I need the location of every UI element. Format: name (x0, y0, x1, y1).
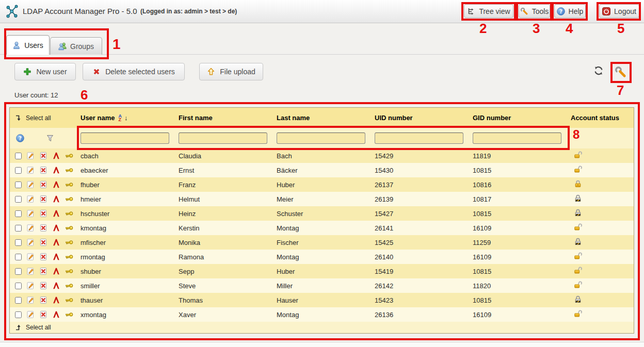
row-checkbox[interactable] (15, 268, 22, 275)
user-name-cell[interactable]: cbach (79, 152, 178, 160)
row-checkbox[interactable] (15, 239, 22, 246)
password-key-icon[interactable] (65, 238, 73, 246)
edit-user-icon[interactable] (26, 209, 35, 218)
select-all-down-icon[interactable] (15, 114, 22, 122)
pdf-export-icon[interactable] (52, 209, 60, 218)
pdf-export-icon[interactable] (52, 253, 60, 261)
delete-user-icon[interactable] (39, 296, 47, 304)
select-all-top-link[interactable]: Select all (26, 114, 51, 122)
filter-help-icon[interactable] (16, 134, 24, 142)
row-checkbox[interactable] (15, 297, 22, 304)
edit-user-icon[interactable] (26, 166, 35, 174)
filter-input-last-name[interactable] (277, 133, 365, 144)
password-key-icon[interactable] (65, 310, 73, 319)
edit-user-icon[interactable] (26, 224, 35, 232)
unlocked-icon[interactable] (574, 165, 582, 173)
pdf-export-icon[interactable] (52, 282, 60, 290)
edit-user-icon[interactable] (26, 180, 35, 189)
user-name-cell[interactable]: fhuber (79, 181, 178, 189)
filter-funnel-icon[interactable] (46, 134, 54, 142)
pdf-export-icon[interactable] (52, 310, 60, 319)
edit-user-icon[interactable] (26, 310, 35, 319)
delete-user-icon[interactable] (39, 267, 47, 275)
delete-selected-users-button[interactable]: Delete selected users (83, 63, 185, 80)
logout-button[interactable]: Logout (599, 4, 639, 18)
filter-input-gid-number[interactable] (473, 133, 561, 144)
user-name-cell[interactable]: hschuster (79, 210, 178, 218)
edit-user-icon[interactable] (26, 238, 35, 246)
edit-user-icon[interactable] (26, 296, 35, 304)
edit-user-icon[interactable] (26, 267, 35, 275)
tab-groups[interactable]: Groups (50, 37, 102, 55)
unlocked-icon[interactable] (574, 151, 582, 159)
user-name-cell[interactable]: xmontag (79, 311, 178, 319)
user-name-cell[interactable]: hmeier (79, 195, 178, 203)
partially-locked-icon[interactable] (574, 237, 582, 245)
tree-view-button[interactable]: Tree view (464, 4, 513, 18)
delete-user-icon[interactable] (39, 209, 47, 218)
partially-locked-icon[interactable] (574, 208, 582, 217)
filter-input-user-name[interactable] (81, 133, 169, 144)
row-checkbox[interactable] (15, 153, 22, 159)
delete-user-icon[interactable] (39, 195, 47, 203)
tab-users[interactable]: Users (6, 35, 50, 55)
delete-user-icon[interactable] (39, 152, 47, 160)
password-key-icon[interactable] (65, 209, 73, 218)
password-key-icon[interactable] (65, 296, 73, 304)
delete-user-icon[interactable] (39, 180, 47, 189)
password-key-icon[interactable] (65, 180, 73, 189)
column-header-uid-number[interactable]: UID number (374, 114, 472, 122)
locked-icon[interactable] (574, 179, 582, 188)
password-key-icon[interactable] (65, 267, 73, 275)
row-checkbox[interactable] (15, 196, 22, 203)
refresh-icon[interactable] (594, 66, 603, 75)
user-name-cell[interactable]: kmontag (79, 224, 178, 232)
pdf-export-icon[interactable] (52, 166, 60, 174)
unlocked-icon[interactable] (574, 252, 582, 260)
edit-user-icon[interactable] (26, 282, 35, 290)
delete-user-icon[interactable] (39, 253, 47, 261)
unlocked-icon[interactable] (574, 223, 582, 231)
column-header-gid-number[interactable]: GID number (472, 114, 570, 122)
password-key-icon[interactable] (65, 253, 73, 261)
pdf-export-icon[interactable] (52, 180, 60, 189)
unlocked-icon[interactable] (574, 266, 582, 274)
sort-az-icon[interactable]: AZ (118, 114, 122, 122)
user-name-cell[interactable]: smiller (79, 282, 178, 290)
filter-input-first-name[interactable] (179, 133, 267, 144)
delete-user-icon[interactable] (39, 238, 47, 246)
partially-locked-icon[interactable] (574, 194, 582, 202)
user-name-cell[interactable]: shuber (79, 268, 178, 275)
select-all-bottom-link[interactable]: Select all (26, 324, 51, 331)
pdf-export-icon[interactable] (52, 224, 60, 232)
pdf-export-icon[interactable] (52, 195, 60, 203)
unlocked-icon[interactable] (574, 280, 582, 289)
file-upload-button[interactable]: File upload (199, 63, 263, 80)
delete-user-icon[interactable] (39, 224, 47, 232)
select-all-up-icon[interactable] (15, 324, 22, 331)
edit-user-icon[interactable] (26, 195, 35, 203)
user-name-cell[interactable]: ebaecker (79, 167, 178, 174)
settings-wrench-icon[interactable] (615, 66, 627, 78)
new-user-button[interactable]: New user (14, 63, 76, 80)
delete-user-icon[interactable] (39, 310, 47, 319)
row-checkbox[interactable] (15, 225, 22, 232)
pdf-export-icon[interactable] (52, 296, 60, 304)
user-name-cell[interactable]: rmontag (79, 253, 178, 261)
pdf-export-icon[interactable] (52, 238, 60, 246)
user-name-cell[interactable]: thauser (79, 296, 178, 304)
edit-user-icon[interactable] (26, 152, 35, 160)
password-key-icon[interactable] (65, 224, 73, 232)
password-key-icon[interactable] (65, 152, 73, 160)
pdf-export-icon[interactable] (52, 152, 60, 160)
partially-locked-icon[interactable] (574, 295, 582, 303)
row-checkbox[interactable] (15, 311, 22, 318)
row-checkbox[interactable] (15, 167, 22, 174)
row-checkbox[interactable] (15, 210, 22, 217)
row-checkbox[interactable] (15, 254, 22, 260)
password-key-icon[interactable] (65, 195, 73, 203)
column-header-last-name[interactable]: Last name (276, 114, 374, 122)
filter-input-uid-number[interactable] (375, 133, 463, 144)
delete-user-icon[interactable] (39, 282, 47, 290)
row-checkbox[interactable] (15, 181, 22, 188)
